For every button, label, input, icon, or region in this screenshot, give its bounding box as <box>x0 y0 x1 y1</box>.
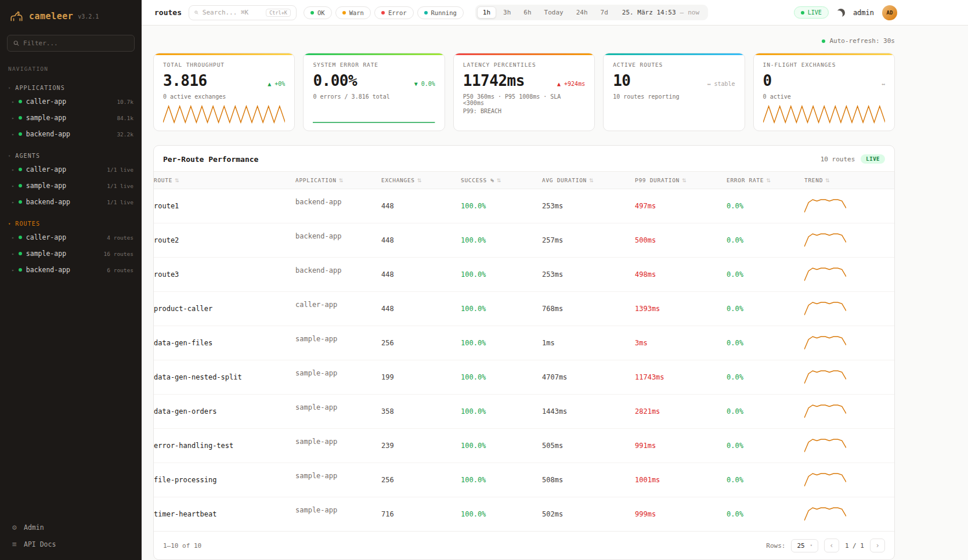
prev-page-button[interactable]: ‹ <box>824 539 839 552</box>
search-icon <box>13 40 19 46</box>
table-row[interactable]: route1 backend-app 448 100.0% 253ms 497m… <box>154 189 894 223</box>
cell-success: 100.0% <box>461 223 542 258</box>
cell-trend <box>804 292 894 326</box>
sidebar-item-label: backend-app <box>26 130 70 138</box>
sidebar-item[interactable]: ▸ backend-app 6 routes <box>0 262 142 278</box>
live-badge[interactable]: LIVE <box>794 6 829 19</box>
status-filter-pill[interactable]: OK <box>304 6 332 19</box>
sidebar-item[interactable]: ▸ sample-app 84.1k <box>0 110 142 126</box>
column-header-success[interactable]: SUCCESS %⇅ <box>461 172 542 189</box>
status-dot <box>19 184 22 187</box>
page-indicator: 1 / 1 <box>845 542 864 550</box>
sidebar-item[interactable]: ▸ caller-app 1/1 live <box>0 161 142 178</box>
kpi-subtext: P50 360ms · P95 1008ms · SLA <300ms <box>463 93 585 106</box>
column-header-exchanges[interactable]: EXCHANGES⇅ <box>381 172 461 189</box>
search-box[interactable]: Ctrl+K <box>189 5 297 20</box>
chevron-right-icon: ▸ <box>12 235 15 240</box>
status-filter-pill[interactable]: Warn <box>335 6 371 19</box>
section-header-routes[interactable]: ▾ ROUTES <box>0 218 142 229</box>
chevron-right-icon: ▸ <box>12 132 15 137</box>
column-header-trend[interactable]: TREND⇅ <box>804 172 894 189</box>
table-row[interactable]: route2 backend-app 448 100.0% 257ms 500m… <box>154 223 894 258</box>
trend-sparkline <box>804 369 846 385</box>
search-input[interactable] <box>203 9 262 16</box>
cell-error-rate: 0.0% <box>727 189 804 223</box>
kpi-title: SYSTEM ERROR RATE <box>313 62 435 68</box>
kpi-value: 0 <box>763 72 772 89</box>
status-filter-pill[interactable]: Error <box>374 6 414 19</box>
table-row[interactable]: file-processing sample-app 256 100.0% 50… <box>154 463 894 497</box>
table-row[interactable]: data-gen-files sample-app 256 100.0% 1ms… <box>154 326 894 360</box>
column-header-error-rate[interactable]: ERROR RATE⇅ <box>727 172 804 189</box>
dark-mode-toggle-moon-icon[interactable] <box>837 9 845 17</box>
sort-icon: ⇅ <box>682 178 687 183</box>
sidebar-item[interactable]: ▸ backend-app 1/1 live <box>0 194 142 210</box>
cell-exchanges: 448 <box>381 189 461 223</box>
range-button-7d[interactable]: 7d <box>595 6 614 19</box>
table-row[interactable]: data-gen-nested-split sample-app 199 100… <box>154 360 894 395</box>
sidebar-item-api-docs[interactable]: ≡ API Docs <box>10 540 131 548</box>
cell-route: route1 <box>154 189 295 223</box>
pill-label: Running <box>431 9 457 16</box>
status-filter-pill[interactable]: Running <box>417 6 464 19</box>
cell-trend <box>804 189 894 223</box>
table-row[interactable]: route3 backend-app 448 100.0% 253ms 498m… <box>154 258 894 292</box>
sort-icon: ⇅ <box>417 178 422 183</box>
sidebar-item-label: backend-app <box>26 266 70 274</box>
app-name: cameleer <box>29 11 73 21</box>
content-scroll[interactable]: Auto-refresh: 30s TOTAL THROUGHPUT 3.816… <box>142 26 968 560</box>
column-header-route[interactable]: ROUTE⇅ <box>154 172 295 189</box>
kpi-delta: ▲ +924ms <box>557 81 585 87</box>
avatar[interactable]: AD <box>882 5 897 20</box>
cell-avg-duration: 1ms <box>542 326 635 360</box>
range-button-24h[interactable]: 24h <box>570 6 594 19</box>
status-dot <box>19 116 22 120</box>
chevron-right-icon: ▸ <box>12 183 15 189</box>
sidebar-item[interactable]: ▸ backend-app 32.2k <box>0 126 142 142</box>
next-page-button[interactable]: › <box>870 539 885 552</box>
cell-route: route2 <box>154 223 295 258</box>
table-row[interactable]: error-handling-test sample-app 239 100.0… <box>154 429 894 463</box>
column-header-application[interactable]: APPLICATION⇅ <box>295 172 381 189</box>
logo: cameleer v3.2.1 <box>0 0 142 31</box>
column-header-avg-duration[interactable]: AVG DURATION⇅ <box>542 172 635 189</box>
cell-route: data-gen-nested-split <box>154 360 295 395</box>
sidebar-item[interactable]: ▸ sample-app 16 routes <box>0 245 142 262</box>
kpi-delta: ↔ <box>882 81 885 87</box>
section-header-agents[interactable]: ▾ AGENTS <box>0 150 142 161</box>
table-row[interactable]: timer-heartbeat sample-app 716 100.0% 50… <box>154 497 894 532</box>
sidebar-item-admin[interactable]: ⚙ Admin <box>10 523 131 532</box>
chevron-right-icon: ▸ <box>12 251 15 256</box>
kpi-value: 11742ms <box>463 72 525 89</box>
pagination-controls: Rows: 25 ▾ ‹ 1 / 1 › <box>766 539 885 552</box>
cell-error-rate: 0.0% <box>727 463 804 497</box>
kpi-card-active-routes: ACTIVE ROUTES 10 ↔ stable 10 routes repo… <box>603 53 745 131</box>
table-row[interactable]: product-caller caller-app 448 100.0% 768… <box>154 292 894 326</box>
section-header-applications[interactable]: ▾ APPLICATIONS <box>0 82 142 93</box>
range-button-3h[interactable]: 3h <box>497 6 516 19</box>
range-button-today[interactable]: Today <box>539 6 569 19</box>
range-button-1h[interactable]: 1h <box>477 6 496 19</box>
cell-application: sample-app <box>295 463 381 489</box>
cell-exchanges: 199 <box>381 360 461 395</box>
kpi-card-error-rate: SYSTEM ERROR RATE 0.00% ▼ 0.0% 0 errors … <box>303 53 445 131</box>
sidebar-filter[interactable] <box>7 35 135 52</box>
column-header-p99-duration[interactable]: P99 DURATION⇅ <box>635 172 727 189</box>
table-row[interactable]: data-gen-orders sample-app 358 100.0% 14… <box>154 395 894 429</box>
routes-table: ROUTE⇅ APPLICATION⇅ EXCHANGES⇅ SUCCESS %… <box>154 171 894 531</box>
table-header-row: ROUTE⇅ APPLICATION⇅ EXCHANGES⇅ SUCCESS %… <box>154 172 894 189</box>
sidebar-item[interactable]: ▸ sample-app 1/1 live <box>0 178 142 194</box>
cell-avg-duration: 1443ms <box>542 395 635 429</box>
chevron-right-icon: ▸ <box>12 99 15 104</box>
range-button-6h[interactable]: 6h <box>518 6 537 19</box>
sidebar-item[interactable]: ▸ caller-app 10.7k <box>0 93 142 110</box>
cell-error-rate: 0.0% <box>727 223 804 258</box>
pill-label: Warn <box>349 9 364 16</box>
section-items: ▸ caller-app 4 routes ▸ sample-app 16 ro… <box>0 229 142 278</box>
sidebar-item-label: sample-app <box>26 114 66 122</box>
sort-icon: ⇅ <box>589 178 594 183</box>
sidebar-item[interactable]: ▸ caller-app 4 routes <box>0 229 142 245</box>
sidebar-filter-input[interactable] <box>23 39 128 47</box>
rows-per-page-select[interactable]: 25 ▾ <box>791 539 818 552</box>
kpi-subtext-2: P99: BREACH <box>463 108 585 114</box>
